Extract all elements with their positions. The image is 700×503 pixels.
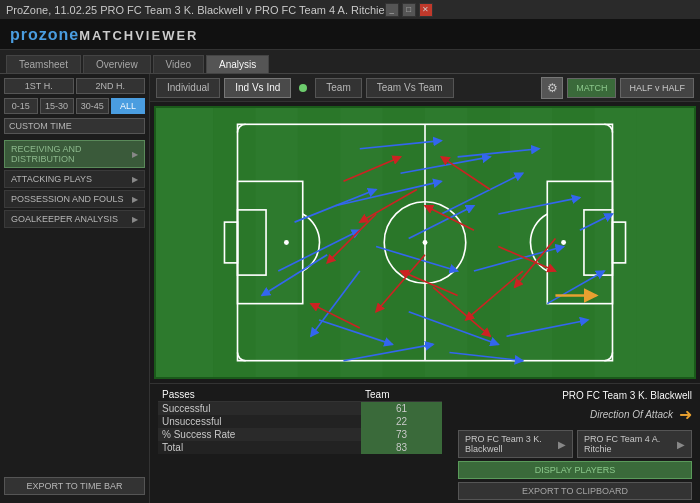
col-passes: Passes	[158, 388, 361, 402]
direction-label: Direction Of Attack	[590, 409, 673, 420]
direction-arrow-icon: ➜	[679, 405, 692, 424]
svg-point-13	[284, 240, 289, 245]
minimize-button[interactable]: _	[385, 3, 399, 17]
team-label: PRO FC Team 3 K. Blackwell	[458, 388, 692, 403]
logo-product: MATCHVIEWER	[79, 28, 198, 43]
svg-rect-5	[552, 108, 594, 377]
chevron-right-icon: ▶	[132, 215, 138, 224]
direction-row: Direction Of Attack ➜	[458, 403, 692, 426]
stat-success-rate-label: % Success Rate	[158, 428, 361, 441]
pitch	[154, 106, 696, 379]
team-box-2[interactable]: PRO FC Team 4 A. Ritchie ▶	[577, 430, 692, 458]
col-team: Team	[361, 388, 442, 402]
stat-successful-label: Successful	[158, 402, 361, 416]
range-15-30[interactable]: 15-30	[40, 98, 74, 114]
svg-rect-3	[383, 108, 425, 377]
sidebar-item-goalkeeper[interactable]: GOALKEEPER ANALYSIS ▶	[4, 210, 145, 228]
stat-unsuccessful-label: Unsuccessful	[158, 415, 361, 428]
custom-time-button[interactable]: CUSTOM TIME	[4, 118, 145, 134]
tab-overview[interactable]: Overview	[83, 55, 151, 73]
tab-teamsheet[interactable]: Teamsheet	[6, 55, 81, 73]
chevron-right-icon: ▶	[558, 439, 566, 450]
sidebar-item-goalkeeper-label: GOALKEEPER ANALYSIS	[11, 214, 118, 224]
maximize-button[interactable]: □	[402, 3, 416, 17]
team-box-1[interactable]: PRO FC Team 3 K. Blackwell ▶	[458, 430, 573, 458]
range-all[interactable]: ALL	[111, 98, 145, 114]
tab-individual[interactable]: Individual	[156, 78, 220, 98]
stats-right: PRO FC Team 3 K. Blackwell Direction Of …	[450, 384, 700, 503]
settings-icon[interactable]: ⚙	[541, 77, 563, 99]
period-2nd[interactable]: 2ND H.	[76, 78, 146, 94]
logo-bar: prozoneMATCHVIEWER	[0, 20, 700, 50]
logo: prozoneMATCHVIEWER	[10, 26, 198, 44]
stat-total-label: Total	[158, 441, 361, 454]
stats-left: Passes Team Successful 61 Unsu	[150, 384, 450, 503]
table-row: % Success Rate 73	[158, 428, 442, 441]
stats-table: Passes Team Successful 61 Unsu	[158, 388, 442, 454]
table-row: Successful 61	[158, 402, 442, 416]
chevron-right-icon: ▶	[677, 439, 685, 450]
team-1-label: PRO FC Team 3 K. Blackwell	[465, 434, 554, 454]
sidebar-bottom: EXPORT TO TIME BAR	[4, 477, 145, 495]
logo-brand: prozone	[10, 26, 79, 43]
chevron-right-icon: ▶	[132, 175, 138, 184]
pitch-stats-wrapper: Passes Team Successful 61 Unsu	[150, 102, 700, 503]
sidebar-item-attacking-label: ATTACKING PLAYS	[11, 174, 92, 184]
tab-team-vs-team[interactable]: Team Vs Team	[366, 78, 454, 98]
active-indicator	[299, 84, 307, 92]
title-bar-text: ProZone, 11.02.25 PRO FC Team 3 K. Black…	[6, 4, 385, 16]
chevron-right-icon: ▶	[132, 195, 138, 204]
half-v-half-button[interactable]: HALF v HALF	[620, 78, 694, 98]
export-timebar-button[interactable]: EXPORT TO TIME BAR	[4, 477, 145, 495]
stats-bar: Passes Team Successful 61 Unsu	[150, 383, 700, 503]
range-30-45[interactable]: 30-45	[76, 98, 110, 114]
display-players-button[interactable]: DISPLAY PLAYERS	[458, 461, 692, 479]
tab-ind-vs-ind[interactable]: Ind Vs Ind	[224, 78, 291, 98]
title-bar: ProZone, 11.02.25 PRO FC Team 3 K. Black…	[0, 0, 700, 20]
svg-point-17	[561, 240, 566, 245]
stat-successful-value: 61	[361, 402, 442, 416]
stat-unsuccessful-value: 22	[361, 415, 442, 428]
sidebar-item-receiving-label: RECEIVING AND DISTRIBUTION	[11, 144, 132, 164]
nav-tabs: Teamsheet Overview Video Analysis	[0, 50, 700, 74]
period-1st[interactable]: 1ST H.	[4, 78, 74, 94]
stats-top: Passes Team Successful 61 Unsu	[150, 384, 700, 503]
pitch-svg	[156, 108, 694, 377]
svg-rect-1	[213, 108, 255, 377]
teams-row: PRO FC Team 3 K. Blackwell ▶ PRO FC Team…	[458, 430, 692, 458]
range-controls: 0-15 15-30 30-45 ALL	[4, 98, 145, 114]
range-0-15[interactable]: 0-15	[4, 98, 38, 114]
stat-total-value: 83	[361, 441, 442, 454]
title-bar-controls: _ □ ✕	[385, 3, 433, 17]
export-clipboard-button[interactable]: EXPORT TO CLIPBOARD	[458, 482, 692, 500]
sidebar-item-receiving[interactable]: RECEIVING AND DISTRIBUTION ▶	[4, 140, 145, 168]
table-row: Total 83	[158, 441, 442, 454]
table-row: Unsuccessful 22	[158, 415, 442, 428]
match-button[interactable]: MATCH	[567, 78, 616, 98]
sidebar-item-possession[interactable]: POSSESSION AND FOULS ▶	[4, 190, 145, 208]
tab-analysis[interactable]: Analysis	[206, 55, 269, 73]
period-controls: 1ST H. 2ND H.	[4, 78, 145, 94]
analysis-toolbar: Individual Ind Vs Ind Team Team Vs Team …	[150, 74, 700, 102]
content-area: Individual Ind Vs Ind Team Team Vs Team …	[150, 74, 700, 503]
sidebar: 1ST H. 2ND H. 0-15 15-30 30-45 ALL CUSTO…	[0, 74, 150, 503]
team-2-label: PRO FC Team 4 A. Ritchie	[584, 434, 673, 454]
sidebar-item-attacking[interactable]: ATTACKING PLAYS ▶	[4, 170, 145, 188]
tab-video[interactable]: Video	[153, 55, 204, 73]
stat-success-rate-value: 73	[361, 428, 442, 441]
svg-rect-4	[467, 108, 509, 377]
tab-team[interactable]: Team	[315, 78, 361, 98]
sidebar-item-possession-label: POSSESSION AND FOULS	[11, 194, 124, 204]
close-button[interactable]: ✕	[419, 3, 433, 17]
main-layout: 1ST H. 2ND H. 0-15 15-30 30-45 ALL CUSTO…	[0, 74, 700, 503]
chevron-right-icon: ▶	[132, 150, 138, 159]
svg-point-9	[423, 240, 428, 245]
